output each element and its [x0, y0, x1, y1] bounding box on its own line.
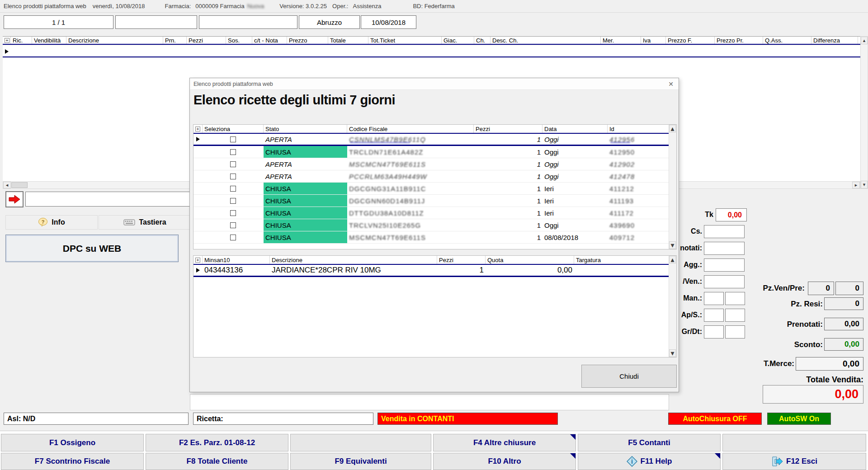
table-col-codice-fiscale[interactable]: Codice Fiscale	[347, 125, 474, 133]
command-input[interactable]	[25, 192, 191, 207]
page-indicator[interactable]: 1 / 1	[4, 15, 113, 29]
fkey-f10[interactable]: F10 Altro	[433, 453, 576, 470]
info-button[interactable]: ? Info	[5, 215, 98, 230]
row-checkbox[interactable]	[230, 161, 236, 167]
row-checkbox[interactable]	[230, 174, 236, 179]
row-checkbox[interactable]	[230, 198, 236, 204]
main-header-col-differenza[interactable]: Differenza	[811, 37, 858, 44]
row-checkbox[interactable]	[230, 222, 236, 228]
main-header-col-sos-[interactable]: Sos.	[226, 37, 252, 44]
table-col-quota[interactable]: Quota	[486, 256, 574, 264]
main-header-col-c-t-nota[interactable]: c/t - Nota	[252, 37, 287, 44]
ven-field[interactable]	[704, 275, 745, 288]
row-checkbox[interactable]	[230, 210, 236, 216]
table-scrollbar[interactable]: ▴▾	[669, 256, 676, 357]
main-header-col-giac-[interactable]: Giac.	[442, 37, 474, 44]
table-scrollbar[interactable]: ▴▾	[669, 125, 676, 249]
scroll-left-icon[interactable]: ◂	[3, 182, 11, 188]
table-header-expand-cell[interactable]: +	[193, 125, 203, 133]
grdt-field-1[interactable]	[704, 325, 724, 338]
aps-field-2[interactable]	[725, 309, 745, 322]
main-header-col-prezzo-f-[interactable]: Prezzo F.	[666, 37, 715, 44]
scroll-down-icon[interactable]: ▾	[861, 181, 868, 188]
main-header-expand-cell[interactable]: +	[3, 37, 11, 44]
main-table-current-row[interactable]	[3, 46, 860, 57]
main-vertical-scrollbar[interactable]: ▴ ▾	[860, 36, 868, 189]
table-col-pezzi[interactable]: Pezzi	[437, 256, 486, 264]
row-checkbox[interactable]	[230, 186, 236, 192]
expand-icon[interactable]: +	[195, 258, 200, 263]
main-header-col-q-ass-[interactable]: Q.Ass.	[763, 37, 811, 44]
expand-icon[interactable]: +	[195, 127, 200, 132]
autochiusura-toggle[interactable]: AutoChiusura OFF	[668, 413, 762, 425]
main-header-col-desc-ch-[interactable]: Desc. Ch.	[491, 37, 601, 44]
asl-field[interactable]: Asl: N/D	[4, 413, 189, 425]
command-arrow-button[interactable]	[5, 191, 24, 207]
ricetta-row[interactable]: CHIUSADGCGNG31A11B911C1Ieri411212	[193, 183, 676, 195]
prenotati-small-field[interactable]	[704, 242, 745, 255]
ricetta-row[interactable]: APERTAPCCRLM63A49H449W1Oggi412478	[193, 170, 676, 183]
table-col-seleziona[interactable]: Seleziona	[203, 125, 264, 133]
fkey-f4[interactable]: F4 Altre chiusure	[433, 434, 576, 451]
main-header-col-prezzo[interactable]: Prezzo	[287, 37, 328, 44]
fkey-f8[interactable]: F8 Totale Cliente	[146, 453, 288, 470]
scroll-down-icon[interactable]: ▾	[669, 241, 676, 249]
fkey-f9[interactable]: F9 Equivalenti	[290, 453, 431, 470]
fkey-f11[interactable]: iF11 Help	[578, 453, 721, 470]
fkey-f7[interactable]: F7 Scontrino Fiscale	[1, 453, 144, 470]
main-header-col-prn-[interactable]: Prn.	[163, 37, 187, 44]
prodotto-row[interactable]: 043443136JARDIANCE*28CPR RIV 10MG10,00	[193, 265, 676, 277]
main-header-col-ch-[interactable]: Ch.	[474, 37, 491, 44]
dialog-close-icon[interactable]: ✕	[667, 80, 675, 88]
fkey-f12[interactable]: F12 Esci	[722, 453, 866, 470]
table-col-pezzi[interactable]: Pezzi	[474, 125, 542, 133]
scroll-up-icon[interactable]: ▴	[861, 37, 868, 44]
table-col-descrizione[interactable]: Descrizione	[270, 256, 437, 264]
main-header-col-ric-[interactable]: Ric.	[11, 37, 32, 44]
scroll-right-icon[interactable]: ▸	[852, 182, 860, 188]
main-header-col-prezzo-pr-[interactable]: Prezzo Pr.	[715, 37, 763, 44]
table-header-expand-cell[interactable]: +	[193, 256, 203, 264]
ricetta-row[interactable]: CHIUSATRCLVN25I10E265G1Oggi439690	[193, 219, 676, 231]
cs-field[interactable]	[704, 225, 745, 238]
main-header-col-mer-[interactable]: Mer.	[601, 37, 641, 44]
dialog-titlebar[interactable]: Elenco prodotti piattaforma web ✕	[190, 78, 679, 90]
main-header-col-pezzi[interactable]: Pezzi	[187, 37, 226, 44]
man-field-2[interactable]	[725, 292, 745, 305]
ricetta-row[interactable]: APERTACSNNLMS47B9E611Q1Oggi412956	[193, 134, 676, 146]
expand-all-icon[interactable]: +	[5, 38, 9, 43]
region-field[interactable]: Abruzzo	[299, 15, 360, 29]
table-col-minsan10[interactable]: Minsan10	[203, 256, 270, 264]
scroll-up-icon[interactable]: ▴	[669, 125, 676, 132]
ricetta-row[interactable]: CHIUSADGCGNN60D14B911J1Ieri411193	[193, 195, 676, 207]
man-field-1[interactable]	[704, 292, 724, 305]
scroll-up-icon[interactable]: ▴	[669, 256, 676, 263]
tk-field[interactable]: 0,00	[716, 208, 747, 221]
row-checkbox[interactable]	[230, 149, 236, 155]
main-header-col-descrizione[interactable]: Descrizione	[66, 37, 163, 44]
main-header-col-tot-ticket[interactable]: Tot.Ticket	[368, 37, 442, 44]
row-checkbox[interactable]	[230, 136, 236, 142]
main-header-col-totale[interactable]: Totale	[328, 37, 368, 44]
ricetta-row[interactable]: CHIUSATRCLDN71E61A482Z1Oggi412950	[193, 146, 676, 158]
dpc-su-web-button[interactable]: DPC su WEB	[5, 235, 179, 262]
top-field-3[interactable]	[199, 15, 297, 29]
scroll-down-icon[interactable]: ▾	[669, 349, 676, 357]
fkey-f1[interactable]: F1 Ossigeno	[1, 434, 144, 451]
top-field-2[interactable]	[115, 15, 197, 29]
table-col-stato[interactable]: Stato	[264, 125, 347, 133]
row-checkbox[interactable]	[230, 235, 236, 240]
date-field[interactable]: 10/08/2018	[361, 15, 416, 29]
ricetta-row[interactable]: CHIUSADTTGDU38A10D811Z1Ieri411172	[193, 207, 676, 219]
table-col-data[interactable]: Data	[542, 125, 608, 133]
main-header-col-iva[interactable]: Iva	[641, 37, 666, 44]
agg-field[interactable]	[704, 258, 745, 272]
ricetta-field[interactable]: Ricetta:	[193, 413, 373, 425]
chiudi-button[interactable]: Chiudi	[581, 365, 677, 388]
scrollbar-thumb[interactable]	[11, 182, 28, 188]
grdt-field-2[interactable]	[725, 325, 745, 338]
main-header-col-vendibilit-[interactable]: Vendibilità	[32, 37, 66, 44]
tastiera-button[interactable]: Tastiera	[99, 215, 191, 230]
table-col-targatura[interactable]: Targatura	[574, 256, 670, 264]
table-col-id[interactable]: Id	[608, 125, 670, 133]
